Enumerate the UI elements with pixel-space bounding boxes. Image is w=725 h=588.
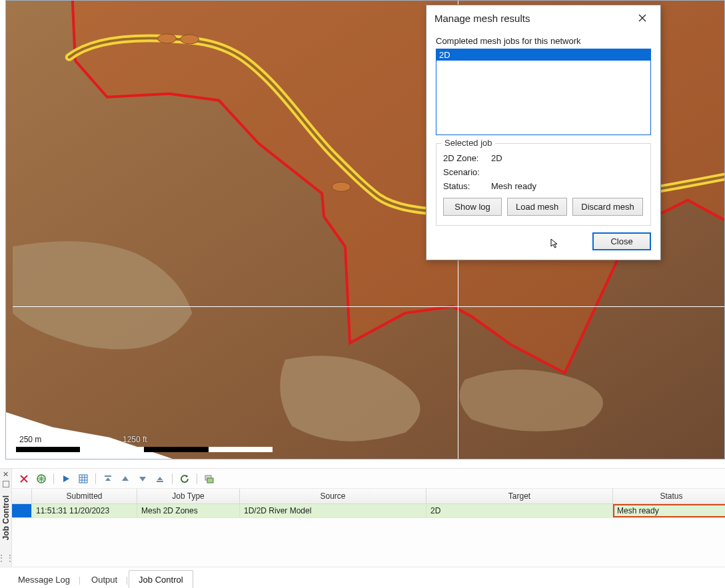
tab-label: Job Control: [139, 575, 183, 585]
discard-mesh-button[interactable]: Discard mesh: [572, 198, 642, 216]
grid-header-source[interactable]: Source: [240, 489, 426, 503]
grid-header-target[interactable]: Target: [426, 489, 613, 503]
job-control-panel: ✕ Job Control ⋮⋮: [0, 468, 725, 567]
job-grid[interactable]: Submitted Job Type Source Target Status …: [12, 489, 725, 567]
completed-jobs-listbox[interactable]: 2D: [436, 49, 651, 135]
move-up-icon[interactable]: [119, 472, 132, 485]
grid-header-jobtype[interactable]: Job Type: [137, 489, 240, 503]
svg-rect-9: [207, 478, 213, 483]
panel-side-strip: ✕ Job Control ⋮⋮: [0, 469, 12, 567]
svg-point-3: [332, 182, 351, 191]
fieldset-legend: Selected job: [442, 138, 495, 148]
dialog-title-text: Manage mesh results: [434, 13, 530, 24]
row-target: 2D: [426, 504, 613, 517]
app-root: 250 m 1250 ft Manage mesh results Comple…: [0, 0, 725, 588]
bottom-tabbar: Message Log Output Job Control: [0, 567, 725, 588]
tab-message-log[interactable]: Message Log: [8, 570, 80, 588]
list-item[interactable]: 2D: [436, 49, 650, 61]
status-label: Status:: [443, 181, 491, 191]
scale-bar: [16, 447, 273, 452]
selected-job-fieldset: Selected job 2D Zone: 2D Scenario: Statu…: [436, 143, 651, 226]
zone-label: 2D Zone:: [443, 153, 491, 163]
job-toolbar: [12, 469, 725, 489]
row-status: Mesh ready: [613, 504, 725, 517]
panel-side-label: Job Control: [1, 495, 11, 540]
close-icon: [638, 14, 646, 22]
move-top-icon[interactable]: [101, 472, 115, 485]
tab-label: Output: [91, 575, 117, 585]
delete-icon[interactable]: [17, 472, 31, 485]
show-log-button[interactable]: Show log: [443, 198, 502, 216]
dialog-close-button[interactable]: [631, 10, 654, 26]
grid-header-marker: [12, 489, 32, 503]
manage-mesh-results-dialog: Manage mesh results Completed mesh jobs …: [426, 5, 661, 260]
play-icon[interactable]: [59, 472, 73, 485]
grid-header-submitted[interactable]: Submitted: [32, 489, 137, 503]
svg-point-2: [181, 35, 199, 44]
close-button[interactable]: Close: [592, 232, 651, 250]
svg-rect-5: [79, 475, 87, 483]
status-value: Mesh ready: [491, 181, 536, 191]
row-submitted: 11:51:31 11/20/2023: [32, 504, 137, 517]
panel-close-button[interactable]: ✕: [2, 470, 10, 478]
row-source: 1D/2D River Model: [240, 504, 426, 517]
completed-jobs-label: Completed mesh jobs for this network: [436, 36, 651, 46]
tab-job-control[interactable]: Job Control: [129, 570, 193, 588]
panel-pin-button[interactable]: [3, 481, 9, 487]
tab-label: Message Log: [18, 575, 70, 585]
tab-output[interactable]: Output: [81, 570, 127, 588]
move-down-icon[interactable]: [136, 472, 149, 485]
grid-header-row: Submitted Job Type Source Target Status: [12, 489, 725, 504]
scale-label-imperial: 1250 ft: [123, 435, 147, 444]
refresh-icon[interactable]: [178, 472, 191, 485]
svg-point-1: [158, 34, 177, 43]
globe-icon[interactable]: [35, 472, 48, 485]
table-row[interactable]: 11:51:31 11/20/2023 Mesh 2D Zones 1D/2D …: [12, 504, 725, 518]
svg-rect-6: [105, 475, 111, 477]
zone-value: 2D: [491, 153, 502, 163]
load-mesh-button[interactable]: Load mesh: [507, 198, 567, 216]
grid-icon[interactable]: [77, 472, 90, 485]
svg-rect-7: [157, 481, 163, 482]
dialog-titlebar[interactable]: Manage mesh results: [426, 5, 660, 31]
grid-header-status[interactable]: Status: [613, 489, 725, 503]
row-jobtype: Mesh 2D Zones: [137, 504, 240, 517]
scenario-label: Scenario:: [443, 167, 491, 177]
scale-label-metric: 250 m: [19, 435, 41, 444]
row-selection-marker: [12, 504, 32, 517]
server-icon[interactable]: [203, 472, 216, 485]
move-bottom-icon[interactable]: [153, 472, 167, 485]
